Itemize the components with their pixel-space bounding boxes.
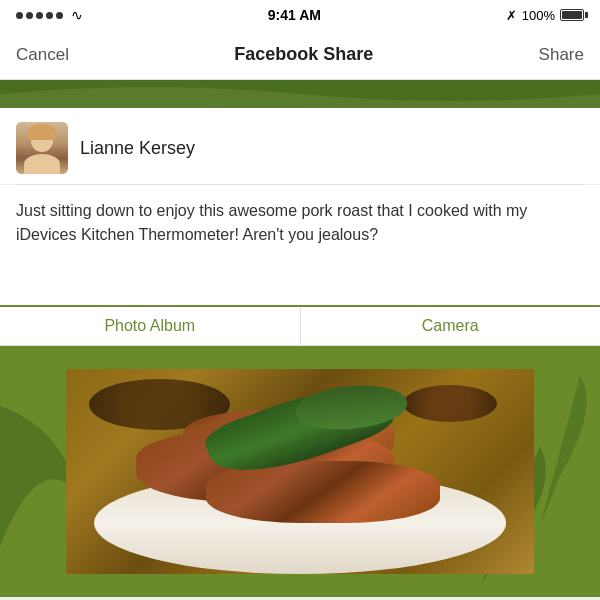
food-photo [66,369,534,575]
battery-fill [562,11,582,19]
camera-label: Camera [422,317,479,334]
tab-bar: Photo Album Camera [0,305,600,346]
signal-dot [56,12,63,19]
wifi-icon: ∿ [71,7,83,23]
meat-slice-2 [206,461,440,523]
signal-dot [16,12,23,19]
photo-area [0,346,600,597]
signal-dot [36,12,43,19]
wave-divider [0,80,600,108]
nav-title: Facebook Share [234,44,373,65]
battery-icon [560,9,584,21]
status-left: ∿ [16,7,83,23]
signal-dot [26,12,33,19]
photo-album-label: Photo Album [104,317,195,334]
nav-bar: Cancel Facebook Share Share [0,30,600,80]
bottom-section: Photo Album Camera [0,305,600,600]
avatar [16,122,68,174]
status-bar: ∿ 9:41 AM ✗ 100% [0,0,600,30]
cancel-button[interactable]: Cancel [16,45,69,65]
bluetooth-icon: ✗ [506,8,517,23]
user-name: Lianne Kersey [80,138,195,159]
tab-camera[interactable]: Camera [300,307,601,345]
share-button[interactable]: Share [539,45,584,65]
post-text: Just sitting down to enjoy this awesome … [16,199,584,247]
user-section: Lianne Kersey [0,108,600,184]
post-text-area[interactable]: Just sitting down to enjoy this awesome … [0,185,600,305]
avatar-image [16,122,68,174]
battery-percent: 100% [522,8,555,23]
avatar-hair [28,124,56,140]
signal-dot [46,12,53,19]
status-right: ✗ 100% [506,8,584,23]
food-plate [66,369,534,575]
tab-photo-album[interactable]: Photo Album [0,307,300,345]
status-time: 9:41 AM [268,7,321,23]
signal-dots [16,12,63,19]
garnish-dark-2 [403,385,497,422]
